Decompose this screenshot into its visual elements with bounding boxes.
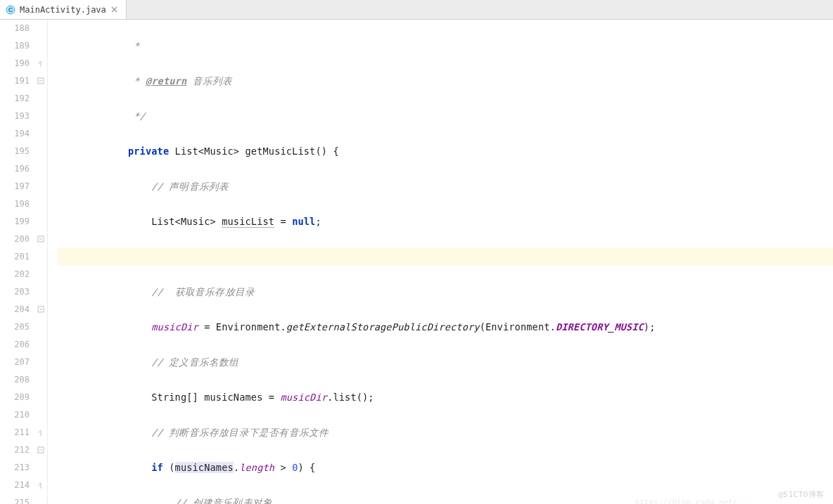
- line-number: 213: [0, 459, 35, 477]
- code-line[interactable]: musicDir = Environment.getExternalStorag…: [58, 318, 833, 336]
- code-content[interactable]: * * @return 音乐列表 */ private List<Music> …: [48, 20, 833, 504]
- line-number: 189: [0, 37, 35, 55]
- line-number: 204: [0, 301, 35, 318]
- line-number: 207: [0, 354, 35, 371]
- code-line[interactable]: */: [58, 108, 833, 125]
- code-line[interactable]: // 判断音乐存放目录下是否有音乐文件: [58, 424, 833, 441]
- line-number: 206: [0, 336, 35, 354]
- fold-open-icon[interactable]: [37, 77, 45, 85]
- line-number: 188: [0, 20, 35, 37]
- line-number: 212: [0, 441, 35, 459]
- fold-open-icon[interactable]: [37, 446, 45, 454]
- code-line[interactable]: String[] musicNames = musicDir.list();: [58, 389, 833, 406]
- line-number: 197: [0, 178, 35, 195]
- line-number: 208: [0, 371, 35, 389]
- fold-open-icon[interactable]: [37, 305, 45, 314]
- line-number: 203: [0, 283, 35, 301]
- fold-end-icon[interactable]: [37, 481, 45, 489]
- fold-open-icon[interactable]: [37, 235, 45, 243]
- code-line[interactable]: // 创建音乐列表对象: [58, 494, 833, 504]
- line-number: 215: [0, 494, 35, 504]
- fold-end-icon[interactable]: [37, 428, 45, 437]
- code-line-current[interactable]: [58, 248, 833, 266]
- line-number: 201: [0, 248, 35, 266]
- line-number: 202: [0, 266, 35, 283]
- editor-root: C MainActivity.java 18818919019119219319…: [0, 0, 833, 504]
- code-line[interactable]: // 获取音乐存放目录: [58, 283, 833, 301]
- line-number: 193: [0, 108, 35, 125]
- line-number: 211: [0, 424, 35, 441]
- line-number: 205: [0, 318, 35, 336]
- close-icon[interactable]: [110, 6, 119, 14]
- code-line[interactable]: private List<Music> getMusicList() {: [58, 143, 833, 160]
- tab-bar: C MainActivity.java: [0, 0, 833, 20]
- line-number: 196: [0, 160, 35, 178]
- line-number: 199: [0, 213, 35, 231]
- line-number: 200: [0, 231, 35, 248]
- line-number: 194: [0, 125, 35, 143]
- code-line[interactable]: List<Music> musicList = null;: [58, 213, 833, 231]
- line-number: 210: [0, 406, 35, 424]
- code-editor[interactable]: 1881891901911921931941951961971981992002…: [0, 20, 833, 504]
- code-line[interactable]: * @return 音乐列表: [58, 72, 833, 90]
- code-line[interactable]: // 声明音乐列表: [58, 178, 833, 195]
- java-class-icon: C: [6, 5, 15, 15]
- code-line[interactable]: if (musicNames.length > 0) {: [58, 459, 833, 477]
- code-line[interactable]: *: [58, 37, 833, 55]
- line-number: 192: [0, 90, 35, 108]
- line-number: 191: [0, 72, 35, 90]
- svg-text:C: C: [8, 6, 13, 13]
- line-number-gutter: 1881891901911921931941951961971981992002…: [0, 20, 35, 504]
- fold-column: [35, 20, 48, 504]
- fold-end-icon[interactable]: [37, 59, 45, 67]
- line-number: 209: [0, 389, 35, 406]
- code-line[interactable]: // 定义音乐名数组: [58, 354, 833, 371]
- file-tab-mainactivity[interactable]: C MainActivity.java: [0, 0, 127, 19]
- line-number: 214: [0, 477, 35, 494]
- line-number: 195: [0, 143, 35, 160]
- tab-filename: MainActivity.java: [20, 5, 106, 15]
- line-number: 190: [0, 55, 35, 72]
- line-number: 198: [0, 195, 35, 213]
